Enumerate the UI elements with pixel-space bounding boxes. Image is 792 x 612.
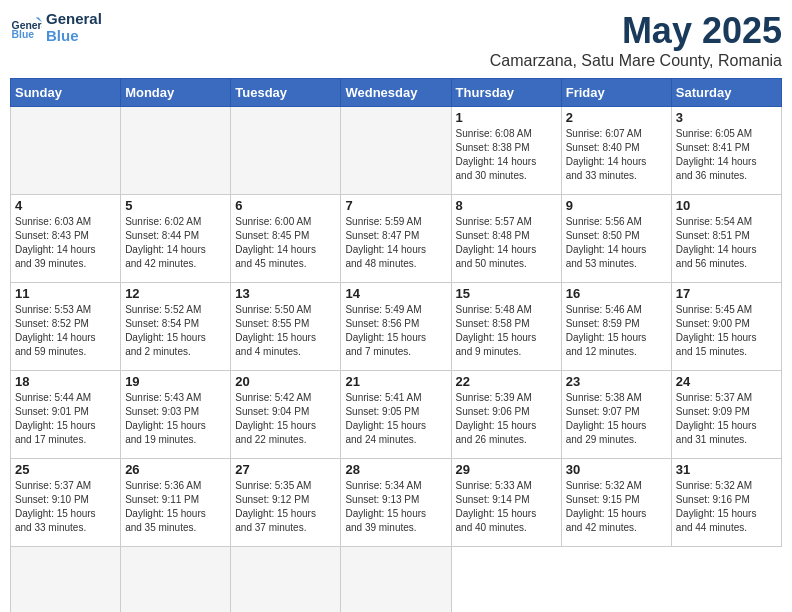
- weekday-header-wednesday: Wednesday: [341, 79, 451, 107]
- day-info: Sunrise: 6:08 AM Sunset: 8:38 PM Dayligh…: [456, 127, 557, 183]
- day-info: Sunrise: 5:50 AM Sunset: 8:55 PM Dayligh…: [235, 303, 336, 359]
- day-number: 29: [456, 462, 557, 477]
- day-info: Sunrise: 5:53 AM Sunset: 8:52 PM Dayligh…: [15, 303, 116, 359]
- day-number: 7: [345, 198, 446, 213]
- day-cell-22: 22Sunrise: 5:39 AM Sunset: 9:06 PM Dayli…: [451, 371, 561, 459]
- calendar-header-row: SundayMondayTuesdayWednesdayThursdayFrid…: [11, 79, 782, 107]
- calendar-row-4: 25Sunrise: 5:37 AM Sunset: 9:10 PM Dayli…: [11, 459, 782, 547]
- day-number: 27: [235, 462, 336, 477]
- day-cell-19: 19Sunrise: 5:43 AM Sunset: 9:03 PM Dayli…: [121, 371, 231, 459]
- day-cell-28: 28Sunrise: 5:34 AM Sunset: 9:13 PM Dayli…: [341, 459, 451, 547]
- day-number: 18: [15, 374, 116, 389]
- day-info: Sunrise: 5:36 AM Sunset: 9:11 PM Dayligh…: [125, 479, 226, 535]
- empty-cell: [231, 107, 341, 195]
- day-number: 2: [566, 110, 667, 125]
- day-number: 24: [676, 374, 777, 389]
- empty-cell: [11, 547, 121, 613]
- day-cell-1: 1Sunrise: 6:08 AM Sunset: 8:38 PM Daylig…: [451, 107, 561, 195]
- day-info: Sunrise: 5:34 AM Sunset: 9:13 PM Dayligh…: [345, 479, 446, 535]
- day-number: 13: [235, 286, 336, 301]
- day-cell-18: 18Sunrise: 5:44 AM Sunset: 9:01 PM Dayli…: [11, 371, 121, 459]
- day-number: 20: [235, 374, 336, 389]
- logo: General Blue General Blue: [10, 10, 102, 44]
- weekday-header-thursday: Thursday: [451, 79, 561, 107]
- day-number: 9: [566, 198, 667, 213]
- logo-blue: Blue: [46, 27, 102, 44]
- weekday-header-sunday: Sunday: [11, 79, 121, 107]
- day-info: Sunrise: 5:32 AM Sunset: 9:15 PM Dayligh…: [566, 479, 667, 535]
- day-cell-13: 13Sunrise: 5:50 AM Sunset: 8:55 PM Dayli…: [231, 283, 341, 371]
- day-cell-27: 27Sunrise: 5:35 AM Sunset: 9:12 PM Dayli…: [231, 459, 341, 547]
- day-cell-25: 25Sunrise: 5:37 AM Sunset: 9:10 PM Dayli…: [11, 459, 121, 547]
- day-number: 25: [15, 462, 116, 477]
- day-number: 5: [125, 198, 226, 213]
- day-number: 23: [566, 374, 667, 389]
- day-info: Sunrise: 5:33 AM Sunset: 9:14 PM Dayligh…: [456, 479, 557, 535]
- day-info: Sunrise: 5:56 AM Sunset: 8:50 PM Dayligh…: [566, 215, 667, 271]
- day-info: Sunrise: 5:37 AM Sunset: 9:10 PM Dayligh…: [15, 479, 116, 535]
- empty-cell: [11, 107, 121, 195]
- day-cell-24: 24Sunrise: 5:37 AM Sunset: 9:09 PM Dayli…: [671, 371, 781, 459]
- day-cell-7: 7Sunrise: 5:59 AM Sunset: 8:47 PM Daylig…: [341, 195, 451, 283]
- day-info: Sunrise: 5:37 AM Sunset: 9:09 PM Dayligh…: [676, 391, 777, 447]
- day-info: Sunrise: 5:44 AM Sunset: 9:01 PM Dayligh…: [15, 391, 116, 447]
- day-cell-14: 14Sunrise: 5:49 AM Sunset: 8:56 PM Dayli…: [341, 283, 451, 371]
- day-info: Sunrise: 6:02 AM Sunset: 8:44 PM Dayligh…: [125, 215, 226, 271]
- calendar-row-2: 11Sunrise: 5:53 AM Sunset: 8:52 PM Dayli…: [11, 283, 782, 371]
- day-info: Sunrise: 6:00 AM Sunset: 8:45 PM Dayligh…: [235, 215, 336, 271]
- day-number: 8: [456, 198, 557, 213]
- day-cell-16: 16Sunrise: 5:46 AM Sunset: 8:59 PM Dayli…: [561, 283, 671, 371]
- weekday-header-saturday: Saturday: [671, 79, 781, 107]
- page-header: General Blue General Blue May 2025 Camar…: [10, 10, 782, 70]
- calendar-row-5: [11, 547, 782, 613]
- day-number: 6: [235, 198, 336, 213]
- day-number: 17: [676, 286, 777, 301]
- weekday-header-friday: Friday: [561, 79, 671, 107]
- day-cell-3: 3Sunrise: 6:05 AM Sunset: 8:41 PM Daylig…: [671, 107, 781, 195]
- day-cell-20: 20Sunrise: 5:42 AM Sunset: 9:04 PM Dayli…: [231, 371, 341, 459]
- day-cell-9: 9Sunrise: 5:56 AM Sunset: 8:50 PM Daylig…: [561, 195, 671, 283]
- logo-general: General: [46, 10, 102, 27]
- day-cell-15: 15Sunrise: 5:48 AM Sunset: 8:58 PM Dayli…: [451, 283, 561, 371]
- empty-cell: [121, 547, 231, 613]
- day-info: Sunrise: 5:59 AM Sunset: 8:47 PM Dayligh…: [345, 215, 446, 271]
- day-info: Sunrise: 5:48 AM Sunset: 8:58 PM Dayligh…: [456, 303, 557, 359]
- day-number: 11: [15, 286, 116, 301]
- day-cell-31: 31Sunrise: 5:32 AM Sunset: 9:16 PM Dayli…: [671, 459, 781, 547]
- month-title: May 2025: [490, 10, 782, 52]
- day-info: Sunrise: 6:05 AM Sunset: 8:41 PM Dayligh…: [676, 127, 777, 183]
- weekday-header-tuesday: Tuesday: [231, 79, 341, 107]
- day-info: Sunrise: 5:46 AM Sunset: 8:59 PM Dayligh…: [566, 303, 667, 359]
- calendar-row-0: 1Sunrise: 6:08 AM Sunset: 8:38 PM Daylig…: [11, 107, 782, 195]
- day-number: 28: [345, 462, 446, 477]
- empty-cell: [341, 107, 451, 195]
- day-number: 10: [676, 198, 777, 213]
- day-info: Sunrise: 5:35 AM Sunset: 9:12 PM Dayligh…: [235, 479, 336, 535]
- day-info: Sunrise: 5:43 AM Sunset: 9:03 PM Dayligh…: [125, 391, 226, 447]
- weekday-header-monday: Monday: [121, 79, 231, 107]
- day-number: 31: [676, 462, 777, 477]
- empty-cell: [341, 547, 451, 613]
- day-cell-23: 23Sunrise: 5:38 AM Sunset: 9:07 PM Dayli…: [561, 371, 671, 459]
- day-cell-8: 8Sunrise: 5:57 AM Sunset: 8:48 PM Daylig…: [451, 195, 561, 283]
- day-cell-5: 5Sunrise: 6:02 AM Sunset: 8:44 PM Daylig…: [121, 195, 231, 283]
- empty-cell: [231, 547, 341, 613]
- day-cell-17: 17Sunrise: 5:45 AM Sunset: 9:00 PM Dayli…: [671, 283, 781, 371]
- calendar-table: SundayMondayTuesdayWednesdayThursdayFrid…: [10, 78, 782, 612]
- location-title: Camarzana, Satu Mare County, Romania: [490, 52, 782, 70]
- day-number: 22: [456, 374, 557, 389]
- day-number: 30: [566, 462, 667, 477]
- day-number: 16: [566, 286, 667, 301]
- day-info: Sunrise: 5:32 AM Sunset: 9:16 PM Dayligh…: [676, 479, 777, 535]
- day-cell-4: 4Sunrise: 6:03 AM Sunset: 8:43 PM Daylig…: [11, 195, 121, 283]
- day-cell-2: 2Sunrise: 6:07 AM Sunset: 8:40 PM Daylig…: [561, 107, 671, 195]
- day-cell-29: 29Sunrise: 5:33 AM Sunset: 9:14 PM Dayli…: [451, 459, 561, 547]
- day-info: Sunrise: 5:52 AM Sunset: 8:54 PM Dayligh…: [125, 303, 226, 359]
- day-info: Sunrise: 5:57 AM Sunset: 8:48 PM Dayligh…: [456, 215, 557, 271]
- day-info: Sunrise: 5:42 AM Sunset: 9:04 PM Dayligh…: [235, 391, 336, 447]
- title-block: May 2025 Camarzana, Satu Mare County, Ro…: [490, 10, 782, 70]
- day-info: Sunrise: 5:38 AM Sunset: 9:07 PM Dayligh…: [566, 391, 667, 447]
- empty-cell: [121, 107, 231, 195]
- day-number: 3: [676, 110, 777, 125]
- day-number: 26: [125, 462, 226, 477]
